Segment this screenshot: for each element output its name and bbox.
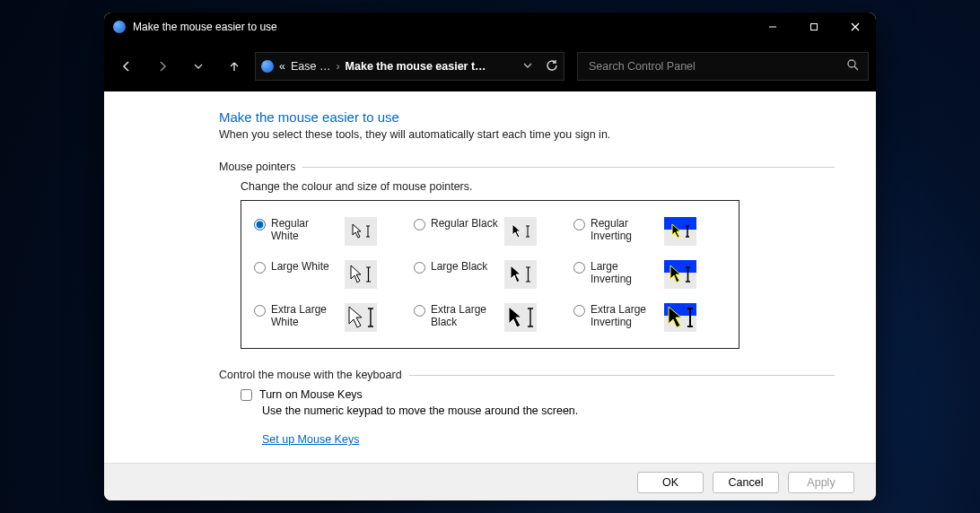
pointer-xl-black[interactable]: Extra Large Black [410, 296, 570, 339]
address-icon [261, 60, 274, 73]
radio-large-inverting[interactable] [573, 262, 585, 274]
mousekeys-desc: Use the numeric keypad to move the mouse… [262, 404, 835, 417]
mousekeys-label: Turn on Mouse Keys [259, 388, 363, 401]
radio-large-white[interactable] [254, 262, 266, 274]
pointer-large-white[interactable]: Large White [250, 253, 410, 296]
chevron-right-icon: › [336, 60, 339, 73]
refresh-button[interactable] [546, 59, 558, 74]
pointer-xl-inverting[interactable]: Extra Large Inverting [570, 296, 730, 339]
mousekeys-row[interactable]: Turn on Mouse Keys [241, 388, 835, 401]
preview-xl-white [345, 303, 377, 332]
control-panel-window: Make the mouse easier to use « Ease … › … [104, 13, 876, 500]
toolbar: « Ease … › Make the mouse easier t… [104, 41, 876, 91]
search-icon[interactable] [846, 58, 859, 74]
preview-large-inverting [664, 260, 696, 289]
divider [302, 167, 835, 168]
apply-button[interactable]: Apply [788, 472, 854, 493]
breadcrumb-part1[interactable]: Ease … [291, 60, 330, 73]
pointer-regular-white[interactable]: Regular White [250, 210, 410, 253]
search-input[interactable] [589, 60, 846, 73]
page-subheading: When you select these tools, they will a… [219, 128, 835, 141]
radio-xl-inverting[interactable] [573, 305, 585, 317]
address-bar[interactable]: « Ease … › Make the mouse easier t… [255, 52, 564, 81]
ok-button[interactable]: OK [637, 472, 704, 493]
page-title: Make the mouse easier to use [219, 109, 835, 125]
pointers-sub: Change the colour and size of mouse poin… [241, 180, 835, 193]
search-bar[interactable] [577, 52, 869, 81]
close-button[interactable] [835, 13, 876, 41]
back-button[interactable] [111, 51, 142, 82]
maximize-button[interactable] [793, 13, 835, 41]
button-bar: OK Cancel Apply [104, 463, 876, 500]
content-scroll[interactable]: Make the mouse easier to use When you se… [104, 91, 876, 463]
address-dropdown[interactable] [522, 60, 533, 74]
minimize-button[interactable] [752, 13, 793, 41]
preview-regular-inverting [664, 217, 696, 246]
control-panel-icon [113, 21, 126, 33]
cancel-button[interactable]: Cancel [713, 472, 779, 493]
pointer-options-grid: Regular White Regular Black [241, 200, 739, 349]
preview-xl-black [504, 303, 537, 332]
titlebar: Make the mouse easier to use [104, 13, 876, 41]
section-mouse-pointers-label: Mouse pointers [219, 161, 295, 173]
preview-xl-inverting [664, 303, 696, 332]
radio-regular-inverting[interactable] [573, 219, 585, 230]
radio-xl-black[interactable] [414, 305, 425, 317]
mousekeys-checkbox[interactable] [241, 389, 252, 401]
divider [409, 375, 835, 376]
pointer-regular-black[interactable]: Regular Black [410, 210, 570, 253]
radio-regular-white[interactable] [254, 219, 266, 230]
preview-regular-black [504, 217, 537, 246]
breadcrumb-prefix: « [279, 60, 285, 73]
svg-line-5 [854, 66, 858, 70]
pointer-large-inverting[interactable]: Large Inverting [570, 253, 730, 296]
preview-large-black [504, 260, 537, 289]
window-title: Make the mouse easier to use [133, 21, 277, 33]
setup-mousekeys-link[interactable]: Set up Mouse Keys [262, 433, 359, 446]
breadcrumb-part2[interactable]: Make the mouse easier t… [346, 60, 486, 73]
section-keyboard-label: Control the mouse with the keyboard [219, 369, 402, 381]
pointer-large-black[interactable]: Large Black [410, 253, 570, 296]
radio-regular-black[interactable] [414, 219, 425, 230]
forward-button[interactable] [147, 51, 178, 82]
svg-rect-1 [811, 24, 818, 30]
radio-large-black[interactable] [414, 262, 425, 274]
recent-dropdown[interactable] [183, 51, 214, 82]
preview-large-white [345, 260, 377, 289]
preview-regular-white [345, 217, 377, 246]
pointer-regular-inverting[interactable]: Regular Inverting [570, 210, 730, 253]
svg-point-4 [848, 60, 855, 67]
pointer-xl-white[interactable]: Extra Large White [250, 296, 410, 339]
up-button[interactable] [219, 51, 249, 82]
radio-xl-white[interactable] [254, 305, 266, 317]
